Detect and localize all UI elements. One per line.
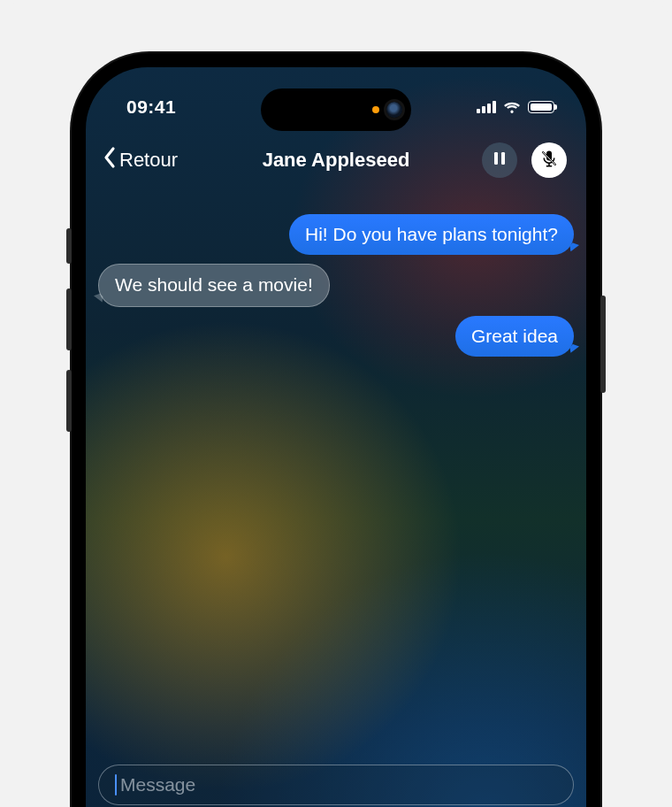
message-bubble-outgoing[interactable]: Great idea — [455, 316, 574, 357]
volume-up-button — [66, 288, 72, 350]
conversation[interactable]: Hi! Do you have plans tonight? We should… — [86, 200, 586, 807]
text-caret — [115, 774, 117, 795]
chevron-left-icon — [102, 145, 118, 175]
volume-down-button — [66, 370, 72, 432]
power-button — [600, 296, 606, 393]
mic-off-icon — [540, 150, 558, 171]
pause-icon — [491, 150, 508, 171]
svg-rect-1 — [501, 152, 505, 165]
wifi-icon — [503, 100, 521, 114]
pause-button[interactable] — [482, 142, 517, 178]
svg-rect-0 — [494, 152, 498, 165]
battery-icon — [528, 101, 554, 113]
mute-mic-button[interactable] — [531, 142, 567, 178]
screen: 09:41 Retour — [86, 67, 586, 807]
contact-name: Jane Appleseed — [263, 149, 410, 172]
nav-bar: Retour Jane Appleseed — [86, 136, 586, 184]
message-input[interactable]: Message — [98, 765, 574, 805]
message-placeholder: Message — [120, 774, 195, 795]
status-time: 09:41 — [126, 96, 176, 118]
device-frame: 09:41 Retour — [70, 51, 602, 807]
status-bar: 09:41 — [86, 67, 586, 131]
message-bubble-outgoing[interactable]: Hi! Do you have plans tonight? — [289, 214, 574, 255]
cellular-signal-icon — [477, 101, 496, 113]
back-label: Retour — [119, 149, 178, 172]
side-button — [66, 228, 72, 264]
message-bubble-incoming[interactable]: We should see a movie! — [98, 264, 330, 306]
back-button[interactable]: Retour — [102, 145, 178, 175]
